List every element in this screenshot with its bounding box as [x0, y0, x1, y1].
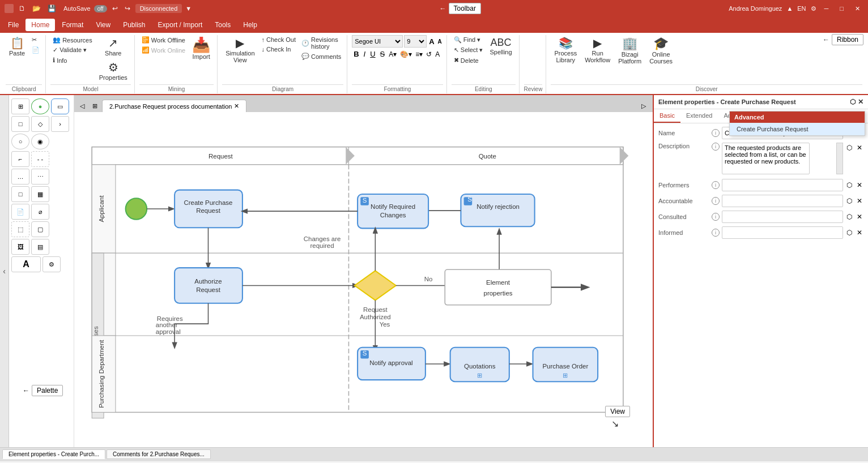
consulted-expand-btn[interactable]: ⬡: [845, 212, 853, 222]
canvas-expand-btn[interactable]: ▷: [637, 100, 650, 112]
menu-home[interactable]: Home: [25, 19, 55, 31]
underline-btn[interactable]: U: [368, 50, 377, 58]
desc-info-icon[interactable]: i: [712, 143, 720, 151]
revisions-button[interactable]: 🕐 Revisionshistory: [299, 35, 343, 51]
canvas-tab-main[interactable]: 2.Purchase Request process documentation…: [102, 100, 246, 112]
consulted-input[interactable]: [722, 211, 843, 223]
simulation-view-button[interactable]: ▶ SimulationView: [222, 35, 258, 66]
dropdown-arrow[interactable]: ▼: [185, 5, 192, 12]
run-workflow-button[interactable]: ▶ RunWorkflow: [581, 35, 614, 66]
consulted-clear-btn[interactable]: ✕: [856, 212, 863, 222]
palette-rounded-rect[interactable]: ▭: [51, 98, 69, 114]
palette-note[interactable]: 📄: [11, 204, 29, 220]
palette-corner[interactable]: ⌐: [11, 151, 29, 167]
menu-tools[interactable]: Tools: [209, 19, 236, 31]
import-button[interactable]: 📥 Import: [189, 35, 214, 62]
panel-tab-extended[interactable]: Extended: [680, 109, 718, 123]
font-size-select[interactable]: 9: [404, 35, 427, 48]
performers-info-icon[interactable]: i: [712, 181, 720, 189]
palette-dots2[interactable]: ⋯: [31, 169, 49, 185]
panel-close-btn[interactable]: ✕: [858, 98, 863, 106]
menu-view[interactable]: View: [90, 19, 116, 31]
accountable-expand-btn[interactable]: ⬡: [845, 196, 853, 206]
palette-grid[interactable]: ⊞: [11, 98, 29, 114]
palette-table[interactable]: ▦: [31, 186, 49, 202]
tab-close[interactable]: ✕: [234, 102, 239, 110]
palette-dots1[interactable]: …: [11, 169, 29, 185]
palette-image[interactable]: 🖼: [11, 239, 29, 255]
cut-button[interactable]: ✂: [29, 35, 42, 45]
bottom-tab-comments[interactable]: Comments for 2.Purchase Reques...: [107, 449, 211, 459]
palette-text[interactable]: A: [11, 256, 41, 272]
informed-input[interactable]: [722, 226, 843, 239]
palette-table-h[interactable]: ▤: [31, 239, 49, 255]
palette-chevron[interactable]: ›: [51, 116, 69, 132]
informed-expand-btn[interactable]: ⬡: [845, 228, 853, 238]
italic-btn[interactable]: I: [362, 50, 368, 58]
close-btn[interactable]: ✕: [852, 4, 863, 14]
quick-save[interactable]: 💾: [46, 4, 58, 13]
bizagi-platform-button[interactable]: 🏢 BizagiPlatform: [615, 35, 645, 67]
palette-rounded-sq[interactable]: ▢: [31, 221, 49, 237]
comments-button[interactable]: 💬 Comments: [299, 52, 343, 61]
work-offline-button[interactable]: 📴 Work Offline: [139, 35, 188, 45]
palette-diamond[interactable]: ◇: [31, 116, 49, 132]
informed-info-icon[interactable]: i: [712, 229, 720, 237]
menu-publish[interactable]: Publish: [117, 19, 151, 31]
font-family-select[interactable]: Segoe UI: [352, 35, 403, 48]
bottom-tab-element-props[interactable]: Element properties - Create Purch...: [2, 449, 105, 459]
performers-expand-btn[interactable]: ⬡: [845, 180, 853, 190]
menu-export[interactable]: Export / Import: [152, 19, 209, 31]
adv-dropdown-create-pr[interactable]: Create Purchase Request: [730, 123, 865, 135]
panel-tab-basic[interactable]: Basic: [654, 109, 680, 123]
check-in-button[interactable]: ↓ Check In: [259, 45, 298, 54]
desc-scrollbar[interactable]: [836, 143, 843, 174]
bold-btn[interactable]: B: [352, 50, 360, 58]
canvas[interactable]: Request Quote Applicant Boss: [74, 112, 653, 447]
autosave-toggle[interactable]: off: [94, 5, 107, 12]
settings-btn[interactable]: ⚙: [811, 5, 816, 12]
palette-dashed-line[interactable]: - -: [31, 151, 49, 167]
desc-input[interactable]: The requested products are selected from…: [722, 143, 810, 174]
strikethrough-btn[interactable]: S: [378, 50, 387, 58]
palette-small-rect[interactable]: □: [11, 116, 29, 132]
accountable-clear-btn[interactable]: ✕: [856, 196, 863, 206]
palette-gear[interactable]: ⚙: [42, 256, 61, 272]
copy-button[interactable]: 📄: [29, 45, 42, 55]
clear-format-btn[interactable]: ↺: [425, 50, 433, 58]
user-name[interactable]: Andrea Dominguez: [729, 5, 782, 12]
user-expand[interactable]: ▲: [786, 5, 793, 12]
name-info-icon[interactable]: i: [712, 129, 720, 137]
palette-circle[interactable]: ●: [31, 98, 49, 114]
decrease-font-btn[interactable]: A: [437, 38, 443, 45]
properties-button[interactable]: ⚙ Properties: [96, 59, 131, 83]
panel-undock-btn[interactable]: ⬡: [850, 98, 856, 106]
minimize-btn[interactable]: ─: [821, 4, 832, 13]
quick-new[interactable]: 🗋: [17, 4, 27, 13]
info-button[interactable]: ℹ Info: [50, 55, 95, 65]
redo-btn[interactable]: ↪: [123, 4, 132, 13]
desc-clear-btn[interactable]: ✕: [856, 143, 863, 153]
palette-sq-rect[interactable]: □: [11, 186, 29, 202]
quick-open[interactable]: 📂: [31, 4, 42, 13]
performers-input[interactable]: [722, 179, 843, 191]
maximize-btn[interactable]: □: [836, 4, 847, 13]
align-btn[interactable]: ≡▾: [414, 50, 424, 58]
menu-format[interactable]: Format: [56, 19, 89, 31]
work-online-button[interactable]: 📶 Work Online: [139, 45, 188, 55]
increase-font-btn[interactable]: A: [428, 37, 435, 46]
nav-back-btn[interactable]: ◁: [76, 100, 88, 112]
menu-file[interactable]: File: [2, 19, 24, 31]
overview-btn[interactable]: ⊞: [89, 100, 101, 112]
undo-btn[interactable]: ↩: [110, 4, 120, 13]
performers-clear-btn[interactable]: ✕: [856, 180, 863, 190]
connection-status[interactable]: Disconnected: [135, 4, 182, 13]
spelling-button[interactable]: ABC Spelling: [486, 35, 515, 58]
fill-color-btn[interactable]: 🎨▾: [399, 50, 413, 58]
process-library-button[interactable]: 📚 ProcessLibrary: [551, 35, 580, 66]
informed-clear-btn[interactable]: ✕: [856, 228, 863, 238]
accountable-input[interactable]: [722, 195, 843, 207]
palette-dashed-rect[interactable]: ⬚: [11, 221, 29, 237]
palette-dbl-circle[interactable]: ◉: [31, 134, 49, 149]
resources-button[interactable]: 👥 Resources: [50, 35, 95, 45]
